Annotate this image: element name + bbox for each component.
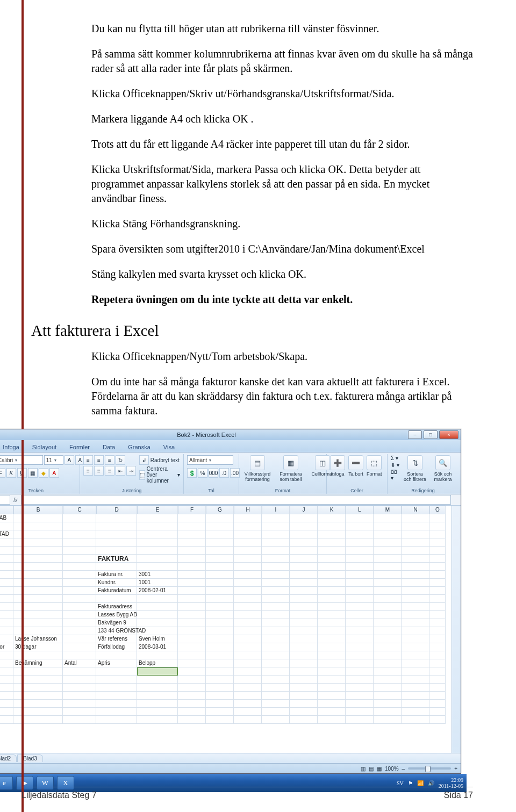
cell[interactable] xyxy=(63,603,96,611)
clear-button[interactable]: ⌧ ▾ xyxy=(391,469,399,481)
cell[interactable] xyxy=(290,514,318,522)
titlebar[interactable]: Bok2 - Microsoft Excel – □ × xyxy=(0,429,461,440)
format-table-button[interactable]: ▦ xyxy=(283,455,298,470)
cell[interactable] xyxy=(0,651,13,659)
cell[interactable] xyxy=(63,563,96,571)
cell[interactable] xyxy=(346,555,374,563)
cell[interactable] xyxy=(346,676,374,684)
cell[interactable]: Apris xyxy=(96,659,137,667)
cell[interactable] xyxy=(374,619,402,627)
vertical-scrollbar[interactable] xyxy=(452,506,461,753)
cell[interactable] xyxy=(137,651,178,659)
cell[interactable] xyxy=(178,676,206,684)
cell[interactable] xyxy=(402,514,429,522)
cell[interactable] xyxy=(429,676,446,684)
cell[interactable] xyxy=(13,692,63,700)
cell[interactable] xyxy=(178,708,206,716)
cell[interactable] xyxy=(429,716,446,724)
cell[interactable] xyxy=(374,651,402,659)
number-format-combo[interactable]: Allmänt▾ xyxy=(187,455,233,465)
cell[interactable] xyxy=(429,522,446,530)
cell[interactable] xyxy=(63,716,96,724)
cell[interactable] xyxy=(374,579,402,587)
cell[interactable] xyxy=(137,530,178,538)
cell[interactable]: Artikelnr xyxy=(0,659,13,667)
cell[interactable] xyxy=(63,555,96,563)
cell[interactable] xyxy=(137,555,178,563)
cell[interactable] xyxy=(206,684,234,692)
cell[interactable] xyxy=(290,547,318,555)
format-cells-button[interactable]: ⬚ xyxy=(367,455,382,470)
align-top-button[interactable]: ≡ xyxy=(83,455,93,465)
cell[interactable] xyxy=(290,595,318,603)
cell[interactable] xyxy=(0,700,13,708)
cell[interactable] xyxy=(137,684,178,692)
cell[interactable] xyxy=(262,530,290,538)
cell[interactable]: 3001 xyxy=(137,571,178,579)
cell[interactable] xyxy=(0,611,13,619)
cell[interactable] xyxy=(96,700,137,708)
cell[interactable] xyxy=(63,571,96,579)
cell[interactable] xyxy=(178,643,206,651)
cell[interactable] xyxy=(206,522,234,530)
comma-button[interactable]: 000 xyxy=(209,468,218,478)
cell[interactable] xyxy=(262,587,290,595)
cell[interactable] xyxy=(262,555,290,563)
cell[interactable] xyxy=(374,563,402,571)
percent-button[interactable]: % xyxy=(198,468,207,478)
cell[interactable] xyxy=(290,643,318,651)
cell[interactable] xyxy=(13,684,63,692)
cell[interactable] xyxy=(13,587,63,595)
cell[interactable] xyxy=(402,587,429,595)
tab-data[interactable]: Data xyxy=(97,442,121,452)
cell[interactable] xyxy=(346,692,374,700)
cell[interactable] xyxy=(346,522,374,530)
cell[interactable] xyxy=(234,635,262,643)
col-header[interactable]: J xyxy=(290,506,318,514)
cell[interactable]: 133 44 GRÖNSTAD xyxy=(96,627,137,635)
cell[interactable] xyxy=(318,692,346,700)
cell[interactable] xyxy=(178,619,206,627)
cell[interactable] xyxy=(206,692,234,700)
cell[interactable] xyxy=(318,659,346,667)
cell[interactable] xyxy=(13,676,63,684)
name-box[interactable]: E20 xyxy=(0,495,10,505)
cell[interactable] xyxy=(346,530,374,538)
cell[interactable]: Faktura nr. xyxy=(96,571,137,579)
cell[interactable] xyxy=(234,514,262,522)
cell[interactable] xyxy=(137,547,178,555)
cell[interactable] xyxy=(318,684,346,692)
cell[interactable] xyxy=(0,708,13,716)
orientation-button[interactable]: ↻ xyxy=(116,455,125,465)
cell[interactable] xyxy=(318,595,346,603)
cell[interactable] xyxy=(262,627,290,635)
col-header[interactable]: H xyxy=(234,506,262,514)
cell[interactable] xyxy=(63,635,96,643)
cell[interactable] xyxy=(137,716,178,724)
zoom-in-button[interactable]: + xyxy=(454,766,457,772)
cell[interactable] xyxy=(402,659,429,667)
cell[interactable] xyxy=(318,651,346,659)
cell[interactable] xyxy=(63,708,96,716)
cell[interactable] xyxy=(290,684,318,692)
cell[interactable] xyxy=(234,530,262,538)
cell[interactable] xyxy=(318,708,346,716)
cell[interactable] xyxy=(13,530,63,538)
cell[interactable] xyxy=(374,667,402,676)
cell[interactable] xyxy=(402,530,429,538)
cell[interactable] xyxy=(13,571,63,579)
cell[interactable] xyxy=(374,587,402,595)
cell[interactable] xyxy=(137,692,178,700)
cell[interactable] xyxy=(262,659,290,667)
cell[interactable] xyxy=(96,538,137,547)
fill-color-button[interactable]: ◆ xyxy=(39,468,48,478)
cell[interactable] xyxy=(346,643,374,651)
cell[interactable] xyxy=(96,514,137,522)
cell[interactable] xyxy=(318,571,346,579)
cell[interactable] xyxy=(346,595,374,603)
cell[interactable] xyxy=(429,579,446,587)
cell[interactable] xyxy=(0,692,13,700)
cell[interactable] xyxy=(63,522,96,530)
col-header[interactable]: M xyxy=(374,506,402,514)
cell[interactable] xyxy=(234,587,262,595)
